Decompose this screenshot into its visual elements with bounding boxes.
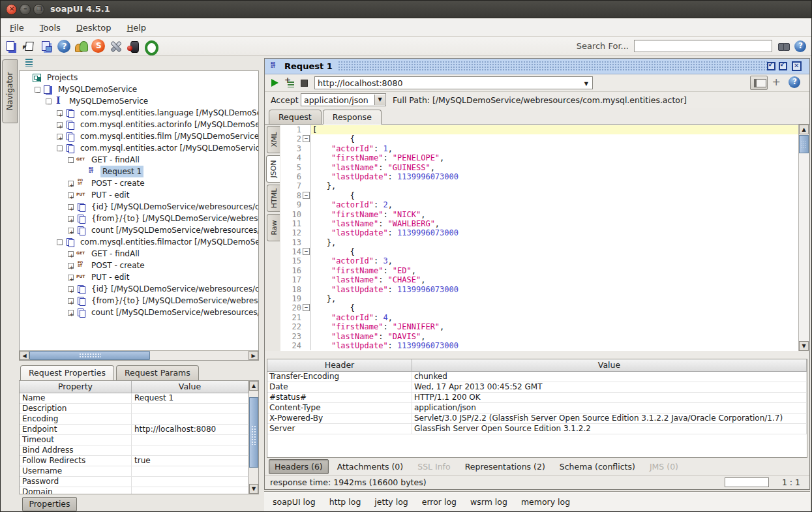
property-value-cell[interactable] xyxy=(132,487,248,494)
forum-icon[interactable] xyxy=(74,39,88,53)
scroll-left-icon[interactable]: ◀ xyxy=(20,351,29,360)
table-row[interactable]: Encoding xyxy=(20,414,248,425)
chevron-down-icon[interactable]: ▼ xyxy=(374,95,385,105)
code-line[interactable]: 3 "actorId": 1, xyxy=(280,144,798,153)
view-tab-json[interactable]: JSON xyxy=(266,155,280,183)
import-project-icon[interactable] xyxy=(22,39,37,53)
expand-icon[interactable] xyxy=(68,216,74,222)
table-row[interactable]: NameRequest 1 xyxy=(20,393,248,404)
log-tab-wsrm-log[interactable]: wsrm log xyxy=(470,497,507,507)
expand-icon[interactable] xyxy=(68,251,74,257)
add-to-testcase-icon[interactable] xyxy=(284,78,295,88)
code-line[interactable]: 1[ xyxy=(280,125,798,134)
tree-row[interactable]: Projects xyxy=(20,72,258,83)
tab-headers-6-[interactable]: Headers (6) xyxy=(269,459,329,474)
expand-icon[interactable] xyxy=(68,298,74,304)
property-value-cell[interactable]: http://localhost:8080 xyxy=(132,425,248,434)
cancel-request-icon[interactable] xyxy=(301,80,308,87)
tree-node-label[interactable]: Projects xyxy=(45,72,80,83)
code-line[interactable]: 20 { xyxy=(280,303,798,312)
code-line[interactable]: 19 }, xyxy=(280,294,798,303)
scroll-down-icon[interactable]: ▼ xyxy=(799,341,809,351)
expand-icon[interactable] xyxy=(68,286,74,292)
maximize-button[interactable] xyxy=(33,4,44,15)
tree-node-label[interactable]: {id} [/MySQLDemoService/webresources/co xyxy=(89,283,258,295)
tree-node-label[interactable]: Request 1 xyxy=(100,166,143,177)
property-value-cell[interactable] xyxy=(132,466,248,476)
navigator-tab[interactable]: Navigator xyxy=(2,59,18,123)
monitor-icon[interactable] xyxy=(126,39,140,53)
window-close-icon[interactable] xyxy=(792,61,802,71)
log-tab-memory-log[interactable]: memory log xyxy=(521,497,570,507)
search-input[interactable] xyxy=(634,40,772,52)
help-icon[interactable] xyxy=(57,40,70,53)
log-tab-soapui-log[interactable]: soapUI log xyxy=(273,497,316,507)
table-row[interactable]: Description xyxy=(20,404,248,414)
scrollbar-thumb[interactable] xyxy=(29,351,150,360)
code-line[interactable]: 15 "actorId": 3, xyxy=(280,256,798,265)
soapui-icon[interactable] xyxy=(91,39,105,53)
menu-item-desktop[interactable]: Desktop xyxy=(74,22,114,33)
table-row[interactable]: Follow Redirectstrue xyxy=(20,456,248,466)
collapse-icon[interactable] xyxy=(46,98,52,104)
tab-request-params[interactable]: Request Params xyxy=(116,365,199,380)
tree-row[interactable]: MySQLDemoService xyxy=(20,95,258,107)
scroll-right-icon[interactable]: ▶ xyxy=(248,351,258,360)
fold-icon[interactable] xyxy=(301,191,311,200)
help-icon[interactable] xyxy=(794,40,806,52)
code-line[interactable]: 4 "firstName": "PENELOPE", xyxy=(280,153,798,162)
table-row[interactable]: Endpointhttp://localhost:8080 xyxy=(20,425,248,435)
tab-representations-2-[interactable]: Representations (2) xyxy=(459,459,551,474)
view-tab-html[interactable]: HTML xyxy=(267,185,280,212)
table-row[interactable]: Username xyxy=(20,466,248,477)
expand-icon[interactable] xyxy=(68,228,74,233)
add-icon[interactable]: + xyxy=(772,76,781,88)
search-icon[interactable] xyxy=(777,41,789,52)
scroll-up-icon[interactable]: ▲ xyxy=(799,125,809,134)
tree-node-label[interactable]: GET - findAll xyxy=(89,248,142,260)
properties-vertical-scrollbar[interactable]: ▲ ▼ xyxy=(248,381,258,494)
property-value-cell[interactable] xyxy=(132,445,248,455)
collapse-icon[interactable] xyxy=(57,239,63,245)
scrollbar-thumb[interactable] xyxy=(249,397,258,468)
property-value-cell[interactable]: Request 1 xyxy=(132,393,248,403)
window-minimize-icon[interactable] xyxy=(767,62,775,70)
code-line[interactable]: 12 "lastUpdate": 1139996073000 xyxy=(280,228,798,237)
tree-row[interactable]: {id} [/MySQLDemoService/webresources/co xyxy=(20,201,258,213)
tab-schema-conflicts-[interactable]: Schema (conflicts) xyxy=(554,459,641,474)
tab-request-properties[interactable]: Request Properties xyxy=(20,365,114,380)
expand-icon[interactable] xyxy=(68,181,74,187)
table-row[interactable]: X-Powered-ByServlet/3.0 JSP/2.2 (GlassFi… xyxy=(267,414,807,424)
minimize-button[interactable] xyxy=(20,4,31,15)
collapse-icon[interactable] xyxy=(35,87,40,93)
tree-node-label[interactable]: PUT - edit xyxy=(89,189,131,201)
view-tab-xml[interactable]: XML xyxy=(267,126,280,153)
submit-request-icon[interactable] xyxy=(271,79,278,87)
code-line[interactable]: 16 "firstName": "ED", xyxy=(280,266,798,275)
fold-icon[interactable] xyxy=(301,134,311,143)
tree-node-label[interactable]: {from}/{to} [/MySQLDemoService/webreso xyxy=(89,295,258,307)
property-value-cell[interactable] xyxy=(132,435,248,445)
table-row[interactable]: #status#HTTP/1.1 200 OK xyxy=(267,393,807,403)
log-tab-http-log[interactable]: http log xyxy=(329,497,361,507)
expand-icon[interactable] xyxy=(68,310,74,316)
tree-node-label[interactable]: com.mysql.entities.filmactor [/MySQLDemo… xyxy=(78,236,258,248)
property-value-cell[interactable] xyxy=(132,414,248,424)
tree-node-label[interactable]: count [/MySQLDemoService/webresources/ xyxy=(89,307,258,318)
navigator-options-icon[interactable] xyxy=(22,59,33,67)
code-line[interactable]: 17 "lastName": "CHASE", xyxy=(280,275,798,284)
tab-attachments-0-[interactable]: Attachments (0) xyxy=(331,459,409,474)
scrollbar-thumb[interactable] xyxy=(799,135,809,153)
chevron-down-icon[interactable]: ▼ xyxy=(584,81,588,87)
expand-icon[interactable] xyxy=(68,204,74,210)
editor-layout-button[interactable] xyxy=(750,76,768,90)
tree-row[interactable]: count [/MySQLDemoService/webresources/ xyxy=(20,224,258,236)
tree-row[interactable]: GET - findAll xyxy=(20,248,258,260)
tree-row[interactable]: POST - create xyxy=(20,177,258,189)
table-row[interactable]: Bind Address xyxy=(20,445,248,456)
tree-node-label[interactable]: count [/MySQLDemoService/webresources/ xyxy=(89,224,258,236)
code-line[interactable]: 6 "lastUpdate": 1139996073000 xyxy=(280,172,798,181)
close-button[interactable] xyxy=(6,4,17,15)
tree-row[interactable]: Request 1 xyxy=(20,166,258,177)
table-row[interactable]: Password xyxy=(20,477,248,487)
